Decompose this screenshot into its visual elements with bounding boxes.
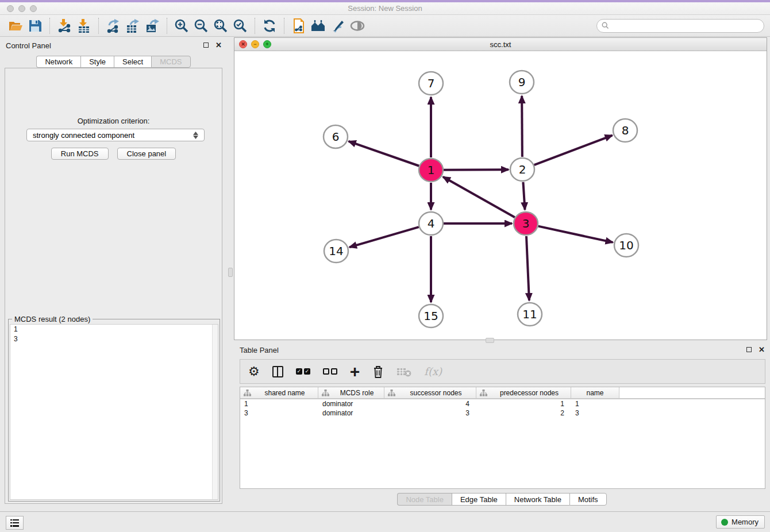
column-header-predecessor-nodes[interactable]: predecessor nodes [476,387,571,398]
column-header-MCDS-role[interactable]: MCDS role [318,387,384,398]
graph-node-15[interactable]: 15 [419,304,443,327]
control-tab-mcds[interactable]: MCDS [151,56,190,68]
horizontal-splitter-handle[interactable] [486,338,494,343]
mcds-result-list[interactable]: 13 [10,324,218,500]
close-panel-button[interactable]: Close panel [117,148,176,160]
table-cell[interactable]: 1 [476,399,571,408]
unselect-all-columns-button[interactable] [323,363,337,380]
fx-icon: f(x) [424,365,442,377]
graph-edge-2-9[interactable] [522,96,522,157]
task-history-button[interactable] [6,516,24,530]
graph-node-3[interactable]: 3 [514,212,538,235]
show-hide-button[interactable] [348,17,367,35]
clone-network-button[interactable] [289,17,309,35]
table-cell[interactable]: 1 [240,399,318,408]
control-panel: Control Panel ✕ NetworkStyleSelectMCDS O… [0,37,227,506]
graph-node-9[interactable]: 9 [510,71,534,94]
graph-node-2[interactable]: 2 [510,158,534,181]
table-tab-network-table[interactable]: Network Table [506,493,569,506]
memory-button[interactable]: Memory [716,515,765,529]
clone-network-icon [291,18,306,33]
create-column-button[interactable]: + [350,363,360,380]
network-graph: 7968124314101511 [234,51,767,340]
close-panel-icon[interactable]: ✕ [215,41,222,49]
table-cell[interactable]: 3 [384,408,476,418]
table-tab-node-table[interactable]: Node Table [397,493,452,506]
graph-edge-4-14[interactable] [349,227,419,247]
delete-column-button[interactable] [372,363,384,380]
run-mcds-button[interactable]: Run MCDS [51,148,109,160]
graph-node-4[interactable]: 4 [419,212,443,235]
delete-table-button[interactable] [396,363,411,380]
graph-edge-1-2[interactable] [444,169,509,170]
memory-status-icon [721,519,728,526]
table-cell[interactable]: 2 [476,408,571,418]
control-panel-title: Control Panel [6,41,51,50]
table-cell[interactable]: 3 [240,408,318,418]
application-window: Session: New Session [0,0,770,532]
control-tab-style[interactable]: Style [80,56,114,68]
criterion-select[interactable]: strongly connected component [26,129,205,141]
graph-edge-1-6[interactable] [349,141,419,166]
apply-layout-button[interactable] [260,17,279,35]
mcds-result-item[interactable]: 1 [10,325,218,334]
table-cell[interactable]: dominator [318,408,384,418]
table-tab-motifs[interactable]: Motifs [569,493,607,506]
graph-node-label: 15 [424,309,438,323]
graph-edge-2-3[interactable] [523,182,525,210]
node-table: shared nameMCDS rolesuccessor nodesprede… [240,387,765,489]
graph-edge-2-8[interactable] [534,136,613,165]
search-input[interactable] [612,22,759,30]
table-cell[interactable]: 4 [384,399,476,408]
table-cell[interactable]: 3 [571,408,619,418]
column-header-name[interactable]: name [571,387,619,398]
table-row[interactable]: 1dominator411 [240,399,765,408]
close-table-panel-icon[interactable]: ✕ [758,346,765,353]
zoom-in-button[interactable] [172,17,191,35]
graph-node-8[interactable]: 8 [613,119,637,142]
home-button[interactable] [309,17,328,35]
network-canvas[interactable]: 7968124314101511 [234,51,767,340]
control-tab-network[interactable]: Network [36,56,80,68]
column-header-successor-nodes[interactable]: successor nodes [384,387,476,398]
export-image-button[interactable] [143,17,162,35]
import-network-button[interactable] [55,17,74,35]
zoom-selected-button[interactable] [230,17,250,35]
network-window-titlebar[interactable]: ✕ − + scc.txt [234,38,767,51]
float-panel-icon[interactable] [202,41,210,49]
table-cell[interactable]: 1 [571,399,619,408]
show-columns-button[interactable] [272,363,283,380]
vertical-splitter-handle[interactable] [228,268,233,277]
graph-edge-3-10[interactable] [538,226,613,242]
export-network-button[interactable] [103,17,123,35]
mcds-result-item[interactable]: 3 [10,334,218,344]
export-table-button[interactable] [123,17,143,35]
float-table-panel-icon[interactable] [745,346,753,353]
zoom-fit-button[interactable] [211,17,230,35]
graph-node-1[interactable]: 1 [419,159,443,182]
graph-node-10[interactable]: 10 [614,234,638,257]
graph-node-14[interactable]: 14 [324,240,348,263]
table-cell[interactable]: dominator [318,399,384,408]
select-stepper-icon [193,132,198,139]
style-brush-button[interactable] [328,17,348,35]
table-tab-edge-table[interactable]: Edge Table [452,493,506,506]
zoom-out-button[interactable] [191,17,211,35]
column-header-shared-name[interactable]: shared name [240,387,318,398]
graph-edge-3-11[interactable] [526,236,529,300]
control-tab-select[interactable]: Select [114,56,151,68]
import-table-button[interactable] [74,17,94,35]
graph-node-7[interactable]: 7 [419,72,443,95]
save-session-button[interactable] [25,17,45,35]
graph-edge-3-1[interactable] [443,177,515,217]
function-builder-button[interactable]: f(x) [424,363,442,380]
mcds-result-scrollbar[interactable] [212,325,218,499]
table-header-row: shared nameMCDS rolesuccessor nodesprede… [240,387,765,399]
select-all-columns-button[interactable]: ✓✓ [296,363,310,380]
table-row[interactable]: 3dominator323 [240,408,765,418]
open-session-button[interactable] [6,17,25,35]
paintbrush-icon [330,18,345,33]
graph-node-6[interactable]: 6 [324,125,348,148]
table-options-button[interactable]: ⚙ [248,363,260,380]
graph-node-11[interactable]: 11 [518,303,542,326]
